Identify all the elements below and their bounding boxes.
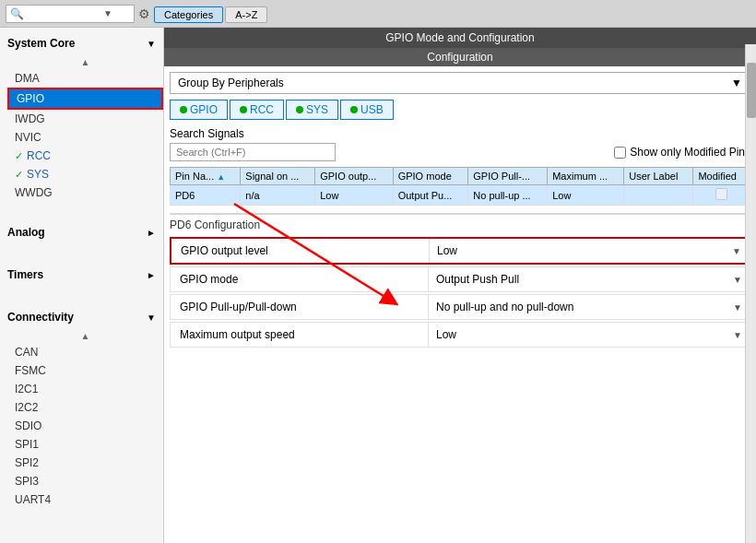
- config-value-gpio-output-level[interactable]: Low ▼: [430, 240, 749, 262]
- config-label-gpio-output-level: GPIO output level: [171, 239, 430, 263]
- dropdown-arrow-1: ▼: [733, 275, 742, 285]
- sidebar-item-can[interactable]: CAN: [7, 343, 163, 361]
- sidebar-item-uart4[interactable]: UART4: [7, 490, 163, 509]
- sidebar-item-dma[interactable]: DMA: [7, 69, 163, 88]
- show-modified-checkbox[interactable]: [614, 147, 626, 159]
- table-row[interactable]: PD6 n/a Low Output Pu... No pull-up ... …: [171, 185, 750, 206]
- sys-dot: [296, 106, 303, 113]
- col-signal-on[interactable]: Signal on ...: [241, 168, 315, 185]
- rcc-dot: [240, 106, 247, 113]
- col-pin-name[interactable]: Pin Na... ▲: [171, 168, 241, 185]
- ptab-rcc[interactable]: RCC: [230, 100, 284, 120]
- table-header-row: Pin Na... ▲ Signal on ... GPIO outp... G…: [171, 168, 750, 185]
- sidebar-item-i2c2[interactable]: I2C2: [7, 398, 163, 417]
- content-area: GPIO Mode and Configuration Configuratio…: [164, 28, 756, 543]
- gpio-dot: [180, 106, 187, 113]
- sidebar: System Core ▼ ▲ DMA GPIO IWDG NVIC ✓: [0, 28, 164, 543]
- col-gpio-output[interactable]: GPIO outp...: [315, 168, 393, 185]
- col-gpio-pull[interactable]: GPIO Pull-...: [468, 168, 548, 185]
- system-core-items: ▲ DMA GPIO IWDG NVIC ✓ RCC ✓: [0, 55, 163, 202]
- config-value-gpio-pull[interactable]: No pull-up and no pull-down ▼: [429, 296, 750, 318]
- peripheral-tabs: GPIO RCC SYS USB: [170, 100, 750, 120]
- sidebar-item-spi1[interactable]: SPI1: [7, 435, 163, 454]
- cell-user-label: [624, 185, 693, 206]
- gear-icon[interactable]: ⚙: [138, 6, 150, 21]
- pd6-title: PD6 Configuration: [170, 218, 750, 231]
- window-title: GPIO Mode and Configuration: [164, 28, 756, 48]
- sidebar-item-iwdg[interactable]: IWDG: [7, 110, 163, 128]
- sidebar-item-wwdg[interactable]: WWDG: [7, 183, 163, 202]
- search-icon: 🔍: [10, 7, 24, 20]
- connectivity-label: Connectivity: [7, 311, 74, 324]
- cell-gpio-pull: No pull-up ...: [468, 185, 548, 206]
- system-core-chevron: ▼: [147, 39, 156, 49]
- ptab-gpio[interactable]: GPIO: [170, 100, 228, 120]
- search-input[interactable]: [26, 8, 100, 19]
- col-user-label[interactable]: User Label: [624, 168, 693, 185]
- scrollbar-thumb[interactable]: [747, 63, 756, 118]
- dropdown-arrow-2: ▼: [733, 302, 742, 313]
- config-label-gpio-mode: GPIO mode: [171, 267, 429, 291]
- sidebar-section-header-timers[interactable]: Timers ►: [0, 263, 163, 287]
- config-value-gpio-mode[interactable]: Output Push Pull ▼: [429, 268, 750, 290]
- search-signals-input[interactable]: [170, 143, 336, 161]
- system-core-label: System Core: [7, 37, 75, 50]
- config-label-gpio-pull: GPIO Pull-up/Pull-down: [171, 295, 429, 319]
- cell-maximum: Low: [548, 185, 624, 206]
- sidebar-item-rcc[interactable]: ✓ RCC: [7, 147, 163, 165]
- config-label-max-speed: Maximum output speed: [171, 323, 429, 347]
- analog-label: Analog: [7, 226, 45, 239]
- top-bar: 🔍 ▼ ⚙ Categories A->Z: [0, 0, 756, 28]
- connectivity-scroll-up[interactable]: ▲: [7, 329, 163, 343]
- cell-gpio-mode: Output Pu...: [393, 185, 468, 206]
- sidebar-section-system-core: System Core ▼ ▲ DMA GPIO IWDG NVIC ✓: [0, 28, 163, 206]
- table-wrapper: Pin Na... ▲ Signal on ... GPIO outp... G…: [170, 167, 750, 213]
- sidebar-section-connectivity: Connectivity ▼ ▲ CAN FSMC I2C1 I2C2 SDI: [0, 301, 163, 513]
- nav-tabs: Categories A->Z: [154, 6, 267, 23]
- sidebar-section-header-system-core[interactable]: System Core ▼: [0, 31, 163, 55]
- config-header: Configuration: [164, 48, 756, 66]
- dropdown-arrow-3: ▼: [733, 330, 742, 340]
- config-row-max-speed: Maximum output speed Low ▼: [170, 322, 750, 348]
- search-signals-label: Search Signals: [170, 127, 750, 140]
- timers-label: Timers: [7, 268, 43, 281]
- col-gpio-mode[interactable]: GPIO mode: [393, 168, 468, 185]
- sidebar-item-gpio[interactable]: GPIO: [7, 88, 163, 110]
- analog-chevron: ►: [147, 228, 156, 238]
- group-by-select[interactable]: Group By Peripherals ▼: [170, 72, 750, 94]
- sidebar-item-nvic[interactable]: NVIC: [7, 128, 163, 147]
- sidebar-item-spi3[interactable]: SPI3: [7, 472, 163, 490]
- cell-gpio-output: Low: [315, 185, 393, 206]
- main-layout: System Core ▼ ▲ DMA GPIO IWDG NVIC ✓: [0, 28, 756, 543]
- ptab-usb[interactable]: USB: [340, 100, 394, 120]
- modified-checkbox[interactable]: [715, 188, 727, 200]
- config-row-gpio-mode: GPIO mode Output Push Pull ▼: [170, 266, 750, 292]
- sidebar-section-timers: Timers ►: [0, 259, 163, 290]
- sidebar-section-header-analog[interactable]: Analog ►: [0, 220, 163, 244]
- config-value-max-speed[interactable]: Low ▼: [429, 324, 750, 346]
- usb-dot: [350, 106, 358, 113]
- search-box[interactable]: 🔍 ▼: [6, 5, 135, 23]
- sidebar-section-analog: Analog ►: [0, 217, 163, 248]
- config-row-gpio-pull: GPIO Pull-up/Pull-down No pull-up and no…: [170, 294, 750, 320]
- sys-check-icon: ✓: [15, 169, 23, 181]
- search-signals-row: Show only Modified Pins: [170, 143, 750, 161]
- tab-a-z[interactable]: A->Z: [225, 6, 267, 23]
- col-maximum[interactable]: Maximum ...: [548, 168, 624, 185]
- sidebar-section-header-connectivity[interactable]: Connectivity ▼: [0, 305, 163, 329]
- sidebar-item-spi2[interactable]: SPI2: [7, 454, 163, 472]
- right-scrollbar[interactable]: [745, 44, 756, 543]
- sidebar-item-fsmc[interactable]: FSMC: [7, 361, 163, 380]
- cell-pin-name: PD6: [171, 185, 241, 206]
- tab-categories[interactable]: Categories: [154, 6, 223, 23]
- signal-table: Pin Na... ▲ Signal on ... GPIO outp... G…: [170, 167, 750, 206]
- scroll-up-arrow[interactable]: ▲: [7, 55, 163, 69]
- sidebar-item-sys[interactable]: ✓ SYS: [7, 165, 163, 183]
- pd6-config-section: PD6 Configuration GPIO output level Low …: [170, 213, 750, 349]
- show-modified-label: Show only Modified Pins: [630, 146, 750, 159]
- ptab-sys[interactable]: SYS: [286, 100, 338, 120]
- col-modified[interactable]: Modified: [693, 168, 750, 185]
- sidebar-item-i2c1[interactable]: I2C1: [7, 380, 163, 398]
- connectivity-chevron: ▼: [147, 313, 156, 323]
- sidebar-item-sdio[interactable]: SDIO: [7, 417, 163, 435]
